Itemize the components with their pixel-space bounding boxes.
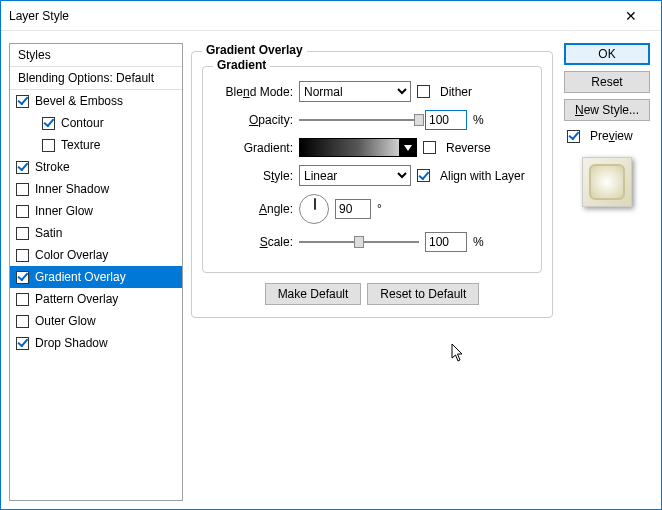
style-label: Style: [213,169,293,183]
opacity-slider[interactable] [299,113,419,127]
style-item-stroke[interactable]: Stroke [10,156,182,178]
cursor-icon [451,343,467,363]
checkbox-icon[interactable] [42,139,55,152]
reverse-checkbox[interactable]: Reverse [423,141,491,155]
section-title: Gradient [213,58,270,72]
style-item-pattern-overlay[interactable]: Pattern Overlay [10,288,182,310]
style-item-drop-shadow[interactable]: Drop Shadow [10,332,182,354]
style-item-bevel-emboss[interactable]: Bevel & Emboss [10,90,182,112]
dither-checkbox[interactable]: Dither [417,85,472,99]
checkbox-icon[interactable] [16,161,29,174]
angle-input[interactable] [335,199,371,219]
style-item-label: Stroke [35,160,70,174]
checkbox-icon[interactable] [16,315,29,328]
opacity-label: Opacity: [213,113,293,127]
new-style-button[interactable]: New Style... [564,99,650,121]
styles-header[interactable]: Styles [10,44,182,67]
blend-mode-label: Blend Mode: [213,85,293,99]
style-item-satin[interactable]: Satin [10,222,182,244]
style-item-label: Color Overlay [35,248,108,262]
style-item-label: Outer Glow [35,314,96,328]
opacity-input[interactable] [425,110,467,130]
style-item-texture[interactable]: Texture [10,134,182,156]
style-item-contour[interactable]: Contour [10,112,182,134]
checkbox-icon[interactable] [16,95,29,108]
settings-panel: Gradient Overlay Gradient Blend Mode: No… [191,43,553,501]
angle-unit: ° [377,202,382,216]
style-item-gradient-overlay[interactable]: Gradient Overlay [10,266,182,288]
blending-options[interactable]: Blending Options: Default [10,67,182,90]
window-title: Layer Style [9,9,608,23]
scale-slider[interactable] [299,235,419,249]
style-item-label: Inner Shadow [35,182,109,196]
group-title: Gradient Overlay [202,43,307,57]
style-item-inner-shadow[interactable]: Inner Shadow [10,178,182,200]
close-icon[interactable]: ✕ [608,1,653,30]
scale-input[interactable] [425,232,467,252]
style-item-outer-glow[interactable]: Outer Glow [10,310,182,332]
gradient-label: Gradient: [213,141,293,155]
gradient-picker[interactable] [299,138,417,157]
styles-list-panel: Styles Blending Options: Default Bevel &… [9,43,183,501]
checkbox-icon[interactable] [16,183,29,196]
ok-button[interactable]: OK [564,43,650,65]
style-item-label: Drop Shadow [35,336,108,350]
scale-unit: % [473,235,484,249]
style-item-inner-glow[interactable]: Inner Glow [10,200,182,222]
make-default-button[interactable]: Make Default [265,283,362,305]
checkbox-icon[interactable] [16,293,29,306]
checkbox-icon[interactable] [42,117,55,130]
style-item-label: Pattern Overlay [35,292,118,306]
gradient-overlay-group: Gradient Overlay Gradient Blend Mode: No… [191,51,553,318]
reset-button[interactable]: Reset [564,71,650,93]
blend-mode-select[interactable]: Normal [299,81,411,102]
style-select[interactable]: Linear [299,165,411,186]
scale-label: Scale: [213,235,293,249]
style-item-label: Bevel & Emboss [35,94,123,108]
preview-checkbox[interactable]: Preview [567,129,633,143]
reset-default-button[interactable]: Reset to Default [367,283,479,305]
checkbox-icon[interactable] [16,205,29,218]
action-buttons: OK Reset New Style... Preview [561,43,653,501]
checkbox-icon[interactable] [16,249,29,262]
layer-style-window: Layer Style ✕ Styles Blending Options: D… [0,0,662,510]
style-item-color-overlay[interactable]: Color Overlay [10,244,182,266]
angle-dial[interactable] [299,194,329,224]
checkbox-icon[interactable] [16,227,29,240]
style-item-label: Contour [61,116,104,130]
opacity-unit: % [473,113,484,127]
style-item-label: Inner Glow [35,204,93,218]
gradient-group: Gradient Blend Mode: Normal Dither Opaci… [202,66,542,273]
preview-thumbnail [582,157,632,207]
checkbox-icon[interactable] [16,271,29,284]
style-item-label: Texture [61,138,100,152]
style-item-label: Gradient Overlay [35,270,126,284]
titlebar: Layer Style ✕ [1,1,661,31]
angle-label: Angle: [213,202,293,216]
dialog-body: Styles Blending Options: Default Bevel &… [1,31,661,509]
align-checkbox[interactable]: Align with Layer [417,169,525,183]
style-item-label: Satin [35,226,62,240]
checkbox-icon[interactable] [16,337,29,350]
